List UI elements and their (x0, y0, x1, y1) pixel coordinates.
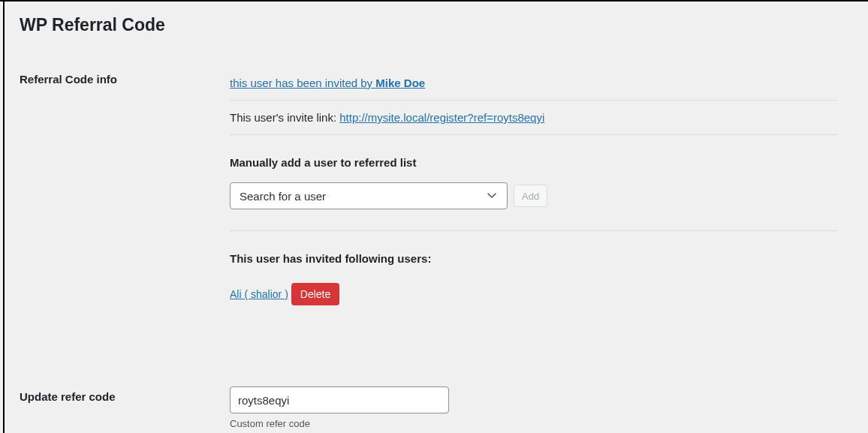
invited-by-link[interactable]: this user has been invited by Mike Doe (230, 77, 425, 89)
invited-user-link[interactable]: Ali ( shalior ) (230, 288, 288, 300)
invite-link-label: This user's invite link: (230, 111, 339, 124)
update-code-heading: Update refer code (20, 375, 222, 433)
invited-users-label: This user has invited following users: (230, 239, 838, 283)
refer-code-description: Custom refer code (230, 418, 845, 429)
refer-code-input[interactable] (230, 386, 449, 413)
invited-user-row: Ali ( shalior ) Delete (230, 283, 838, 319)
chevron-down-icon (486, 189, 498, 203)
page-title: WP Referral Code (20, 15, 853, 35)
search-user-select[interactable]: Search for a user (230, 182, 508, 209)
invited-by-name: Mike Doe (375, 77, 425, 89)
search-user-placeholder: Search for a user (240, 190, 326, 203)
manual-add-label: Manually add a user to referred list (230, 143, 838, 182)
add-button[interactable]: Add (514, 185, 547, 207)
referral-info-heading: Referral Code info (20, 58, 222, 375)
invited-by-text: this user has been invited by (230, 77, 375, 89)
delete-button[interactable]: Delete (291, 283, 339, 305)
invite-link[interactable]: http://mysite.local/register?ref=royts8e… (339, 111, 544, 124)
